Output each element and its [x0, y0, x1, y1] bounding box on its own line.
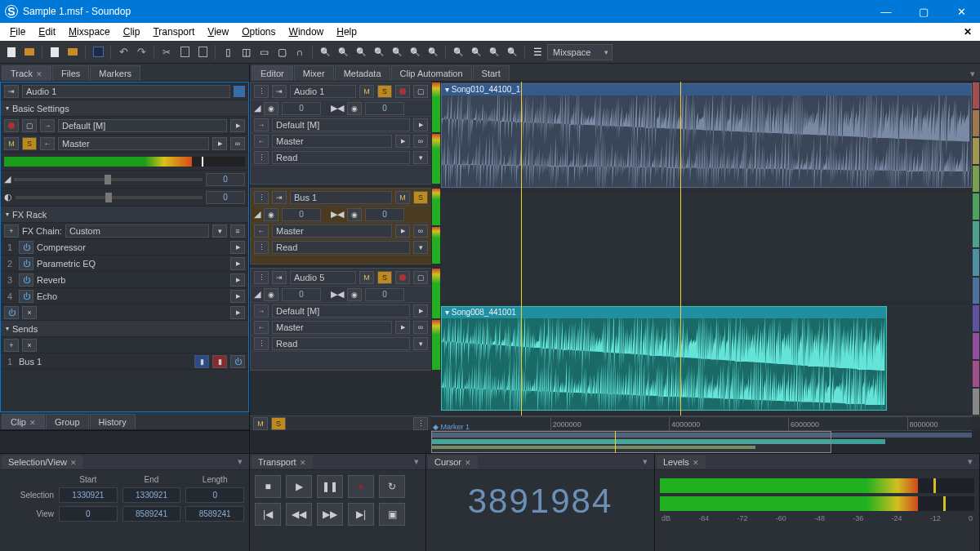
send-mute-icon[interactable]: ▮ [212, 355, 227, 368]
colour-swatch[interactable] [973, 82, 979, 109]
tab-markers[interactable]: Markers [90, 65, 140, 81]
mute-button[interactable]: M [395, 191, 410, 204]
track-expand-icon[interactable]: ⇥ [272, 85, 287, 98]
tool-range-button[interactable]: ◫ [238, 44, 254, 60]
output-field[interactable]: Master [272, 321, 392, 334]
track-grip-icon[interactable]: ⋮ [254, 85, 269, 98]
transport-tab[interactable]: Transport✕ [252, 455, 313, 469]
zoom-fit-button[interactable] [389, 44, 405, 60]
send-pre-icon[interactable]: ▮ [194, 355, 209, 368]
paste-button[interactable] [194, 44, 211, 60]
tab-history[interactable]: History [90, 414, 136, 429]
track-grip-icon[interactable]: ⋮ [254, 191, 269, 204]
colour-swatch[interactable] [973, 110, 979, 136]
monitor-button[interactable]: ▢ [413, 271, 428, 284]
mute-button[interactable]: M [4, 137, 19, 150]
track-name[interactable]: Bus 1 [290, 191, 392, 204]
fx-name[interactable]: Reverb [37, 275, 227, 285]
save-button[interactable] [90, 44, 106, 60]
editor-menu-icon[interactable]: ▾ [965, 67, 980, 81]
colour-swatch[interactable] [973, 166, 979, 192]
fx-power-icon[interactable] [19, 273, 33, 287]
automation-mode[interactable]: Read [272, 337, 410, 350]
tab-clip-automation[interactable]: Clip Automation [391, 65, 472, 81]
menu-window[interactable]: Window [283, 24, 331, 39]
fx-list-icon[interactable]: ≡ [230, 224, 245, 238]
pan-value[interactable]: 0 [206, 191, 245, 204]
menu-file[interactable]: File [3, 24, 32, 39]
go-start-button[interactable]: |◀ [255, 503, 281, 526]
tool-slip-button[interactable]: ▢ [274, 44, 290, 60]
tab-track[interactable]: Track✕ [2, 65, 51, 81]
automation-icon[interactable]: ⋮ [254, 151, 269, 164]
monitor-button[interactable]: ▢ [22, 119, 37, 132]
colour-swatch[interactable] [973, 249, 979, 275]
playhead[interactable] [680, 82, 681, 415]
colour-swatch[interactable] [973, 361, 979, 387]
menu-edit[interactable]: Edit [32, 24, 62, 39]
track-expand-icon[interactable]: ⇥ [272, 191, 287, 204]
fx-open-icon[interactable] [230, 241, 245, 254]
colour-swatch[interactable] [973, 193, 979, 220]
forward-button[interactable]: ▶▶ [317, 503, 343, 526]
snap-button[interactable]: ∩ [292, 44, 308, 60]
colour-swatch[interactable] [973, 333, 979, 359]
zoom-track-sel-button[interactable] [486, 44, 502, 60]
time-ruler[interactable]: ◆ Marker 1 2000000400000060000008000000 [431, 416, 972, 431]
fx-open-icon[interactable] [230, 273, 245, 287]
mute-button[interactable]: M [359, 85, 374, 98]
selview-value[interactable]: 0 [185, 487, 244, 503]
master-automation-icon[interactable]: ⋮ [413, 417, 428, 430]
fx-chain-dropdown-icon[interactable]: ▾ [212, 224, 227, 238]
selview-value[interactable]: 1330921 [122, 487, 181, 503]
send-remove-button[interactable] [22, 339, 37, 352]
colour-swatch[interactable] [973, 138, 979, 164]
basic-settings-header[interactable]: Basic Settings [1, 100, 248, 117]
tab-clip[interactable]: Clip✕ [2, 414, 45, 429]
panel-menu-icon[interactable]: ▾ [233, 456, 247, 467]
menu-options[interactable]: Options [235, 24, 282, 39]
pan-value[interactable]: 0 [365, 208, 404, 221]
tab-metadata[interactable]: Metadata [335, 65, 390, 81]
fx-power-icon[interactable] [19, 241, 33, 254]
window-close-button[interactable]: ✕ [942, 0, 980, 23]
send-name[interactable]: Bus 1 [19, 357, 191, 367]
fx-remove-button[interactable] [22, 306, 37, 319]
loop-button[interactable]: ↻ [379, 475, 405, 498]
vol-value[interactable]: 0 [282, 288, 321, 301]
input-field[interactable]: Default [M] [272, 118, 410, 131]
fx-edit-icon[interactable] [230, 306, 245, 319]
track-name[interactable]: Audio 1 [290, 85, 356, 98]
zoom-in-button[interactable] [353, 44, 369, 60]
track-colour-swatch[interactable] [234, 86, 245, 97]
input-field[interactable]: Default [M] [58, 119, 227, 132]
vol-value[interactable]: 0 [282, 208, 321, 221]
zoom-track-in-button[interactable] [468, 44, 484, 60]
cursor-tab[interactable]: Cursor✕ [428, 455, 478, 469]
tab-files[interactable]: Files [52, 65, 89, 81]
selview-value[interactable]: 0 [59, 506, 118, 522]
copy-button[interactable] [176, 44, 193, 60]
window-maximize-button[interactable]: ▢ [905, 0, 942, 23]
fx-power-icon[interactable] [19, 257, 33, 270]
workspace-combo[interactable]: Mixspace [547, 44, 612, 60]
vol-knob[interactable]: ◉ [264, 102, 278, 115]
selview-value[interactable]: 8589241 [185, 506, 244, 522]
fx-name[interactable]: Echo [37, 291, 227, 301]
tab-group[interactable]: Group [46, 414, 89, 429]
redo-button[interactable] [133, 44, 149, 60]
fx-name[interactable]: Parametric EQ [37, 259, 227, 269]
menu-clip[interactable]: Clip [117, 24, 147, 39]
skip-button[interactable]: ▣ [379, 503, 405, 526]
fx-open-icon[interactable] [230, 257, 245, 270]
track-grip-icon[interactable]: ⋮ [254, 271, 269, 284]
cut-button[interactable] [158, 44, 175, 60]
pan-knob[interactable]: ◉ [347, 288, 362, 301]
volume-slider[interactable] [14, 178, 203, 181]
open-file-button[interactable] [21, 44, 38, 60]
fx-chain-combo[interactable]: Custom [65, 224, 209, 238]
track-header[interactable]: ⋮⇥Audio 1MS▢◢◉0▶◀◉0Default [M]Master⋮Rea… [250, 82, 431, 184]
output-loop-icon[interactable] [230, 137, 245, 150]
play-button[interactable]: ▶ [286, 475, 312, 498]
pan-value[interactable]: 0 [365, 288, 404, 301]
